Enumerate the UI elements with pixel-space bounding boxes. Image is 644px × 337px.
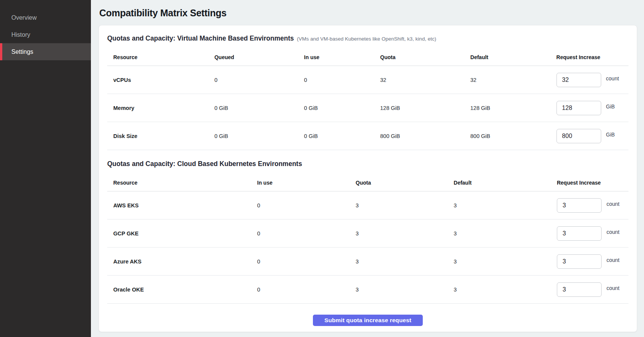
column-header: Request Increase	[550, 54, 628, 60]
cell-value: 0	[298, 77, 374, 83]
sidebar-item-settings[interactable]: Settings	[0, 43, 91, 60]
table-row: Oracle OKE033count	[107, 276, 628, 304]
column-header: Resource	[107, 54, 208, 60]
resource-name: Azure AKS	[107, 259, 251, 265]
request-increase-input[interactable]	[556, 101, 601, 115]
request-increase-cell: count	[551, 198, 628, 213]
table-row: Azure AKS033count	[107, 248, 628, 276]
cell-value: 3	[448, 202, 551, 208]
resource-name: Memory	[107, 105, 208, 111]
quota-settings-card: Quotas and Capacity: Virtual Machine Bas…	[98, 25, 637, 332]
cell-value: 32	[374, 77, 464, 83]
unit-label: GiB	[606, 103, 615, 110]
table-row: vCPUs003232count	[107, 66, 628, 94]
resource-name: Oracle OKE	[107, 287, 251, 293]
sidebar-item-overview[interactable]: Overview	[0, 9, 91, 26]
cell-value: 0 GiB	[208, 133, 298, 139]
unit-label: GiB	[606, 132, 615, 138]
unit-label: count	[606, 201, 619, 207]
request-increase-cell: count	[551, 254, 628, 269]
resource-name: vCPUs	[107, 77, 208, 83]
unit-label: count	[606, 257, 619, 263]
cell-value: 800 GiB	[374, 133, 464, 139]
request-increase-input[interactable]	[557, 282, 602, 297]
cell-value: 0	[251, 202, 350, 208]
resource-name: AWS EKS	[107, 202, 251, 208]
request-increase-input[interactable]	[557, 226, 602, 241]
submit-button[interactable]: Submit quota increase request	[313, 315, 422, 326]
unit-label: count	[606, 229, 619, 235]
cell-value: 0	[251, 230, 350, 237]
cell-value: 3	[350, 202, 448, 208]
column-header: In use	[251, 180, 350, 186]
cell-value: 0	[251, 287, 350, 293]
cell-value: 3	[448, 287, 551, 293]
request-increase-input[interactable]	[557, 198, 602, 213]
cell-value: 3	[350, 287, 448, 293]
request-increase-cell: GiB	[550, 129, 628, 143]
column-header: Quota	[350, 180, 448, 186]
resource-name: Disk Size	[107, 133, 208, 139]
cell-value: 3	[350, 259, 448, 265]
table-header-row: ResourceQueuedIn useQuotaDefaultRequest …	[107, 49, 628, 66]
cell-value: 128 GiB	[464, 105, 550, 111]
sidebar-item-history[interactable]: History	[0, 26, 91, 43]
cloud-section-title: Quotas and Capacity: Cloud Based Kuberne…	[107, 160, 302, 168]
main-content: Compatibility Matrix Settings Quotas and…	[91, 0, 644, 337]
sidebar: Overview History Settings	[0, 0, 91, 337]
cell-value: 0	[208, 77, 298, 83]
column-header: Default	[448, 180, 551, 186]
cell-value: 3	[448, 230, 551, 237]
vm-section-title: Quotas and Capacity: Virtual Machine Bas…	[107, 34, 294, 42]
table-row: AWS EKS033count	[107, 191, 628, 219]
request-increase-input[interactable]	[557, 254, 602, 269]
request-increase-cell: count	[551, 226, 628, 241]
column-header: Default	[464, 54, 550, 60]
vm-quota-table: ResourceQueuedIn useQuotaDefaultRequest …	[107, 49, 628, 150]
request-increase-cell: count	[551, 282, 628, 297]
cell-value: 0	[251, 259, 350, 265]
resource-name: GCP GKE	[107, 230, 251, 237]
column-header: Resource	[107, 180, 251, 186]
column-header: Quota	[374, 54, 464, 60]
submit-button-row: Submit quota increase request	[107, 315, 628, 326]
cell-value: 0 GiB	[298, 105, 374, 111]
cell-value: 3	[350, 230, 448, 237]
column-header: In use	[298, 54, 374, 60]
table-header-row: ResourceIn useQuotaDefaultRequest Increa…	[107, 174, 628, 191]
column-header: Queued	[208, 54, 298, 60]
cloud-section-header: Quotas and Capacity: Cloud Based Kuberne…	[107, 160, 628, 168]
cell-value: 32	[464, 77, 550, 83]
table-row: GCP GKE033count	[107, 219, 628, 248]
request-increase-cell: count	[550, 73, 628, 87]
vm-section-header: Quotas and Capacity: Virtual Machine Bas…	[107, 34, 628, 42]
cell-value: 128 GiB	[374, 105, 464, 111]
table-row: Memory0 GiB0 GiB128 GiB128 GiBGiB	[107, 94, 628, 122]
column-header: Request Increase	[551, 180, 628, 186]
request-increase-input[interactable]	[556, 73, 601, 87]
table-row: Disk Size0 GiB0 GiB800 GiB800 GiBGiB	[107, 122, 628, 150]
unit-label: count	[606, 285, 619, 291]
request-increase-cell: GiB	[550, 101, 628, 115]
app-window: Overview History Settings Compatibility …	[0, 0, 644, 337]
cell-value: 0 GiB	[298, 133, 374, 139]
cloud-quota-table: ResourceIn useQuotaDefaultRequest Increa…	[107, 174, 628, 304]
cell-value: 0 GiB	[208, 105, 298, 111]
cell-value: 800 GiB	[464, 133, 550, 139]
unit-label: count	[606, 75, 619, 82]
vm-section-subtitle: (VMs and VM-based Kubernetes like OpenSh…	[297, 36, 436, 42]
request-increase-input[interactable]	[556, 129, 601, 143]
cell-value: 3	[448, 259, 551, 265]
page-title: Compatibility Matrix Settings	[99, 8, 637, 19]
